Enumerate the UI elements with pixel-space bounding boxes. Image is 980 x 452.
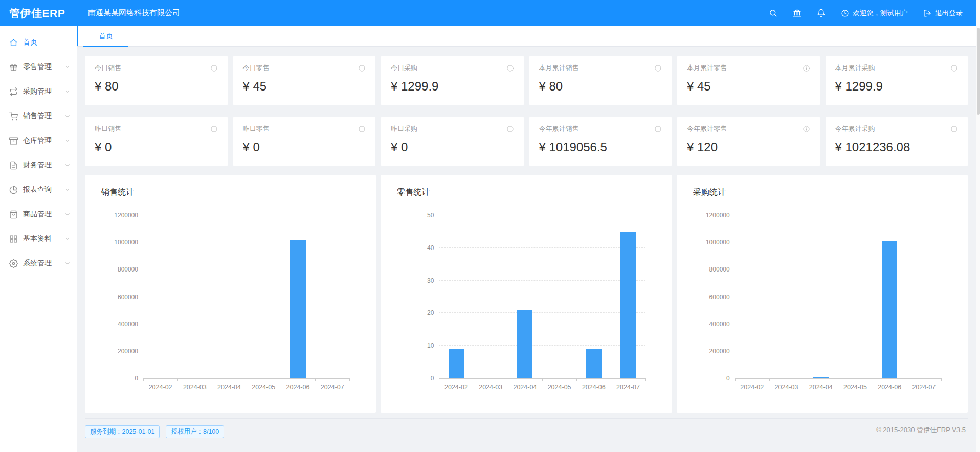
dashboard-content: 今日销售¥ 80今日零售¥ 45今日采购¥ 1299.9本月累计销售¥ 80本月… xyxy=(77,47,976,452)
logout-button[interactable]: 退出登录 xyxy=(923,9,963,18)
stat-card-9: 今年累计销售¥ 1019056.5 xyxy=(529,117,672,166)
x-axis-tickmark xyxy=(907,378,907,381)
gridline xyxy=(439,247,645,248)
info-icon[interactable] xyxy=(506,64,514,72)
sidebar-item-home[interactable]: 首页 xyxy=(0,30,77,55)
x-axis-tickmark xyxy=(474,378,474,381)
bar-2024-05 xyxy=(848,378,863,378)
sidebar-item-basedata[interactable]: 基本资料 xyxy=(0,227,77,251)
bar-2024-07 xyxy=(325,378,340,378)
stat-card-value: ¥ 45 xyxy=(687,79,810,94)
sidebar-item-system[interactable]: 系统管理 xyxy=(0,251,77,276)
page-scrollbar[interactable] xyxy=(976,0,980,452)
x-axis-tickmark xyxy=(439,378,439,381)
sidebar-item-purchase[interactable]: 采购管理 xyxy=(0,79,77,104)
footer-badges: 服务到期：2025-01-01 授权用户：8/100 xyxy=(85,425,224,438)
info-icon[interactable] xyxy=(950,64,958,72)
stat-card-3: 本月累计销售¥ 80 xyxy=(529,56,672,105)
stat-card-8: 昨日采购¥ 0 xyxy=(381,117,524,166)
y-axis-tick-label: 1200000 xyxy=(693,212,730,219)
sidebar-item-report[interactable]: 报表查询 xyxy=(0,177,77,202)
gridline xyxy=(143,297,349,297)
sidebar-item-label: 仓库管理 xyxy=(23,136,52,145)
bar-2024-04 xyxy=(813,377,829,378)
y-axis-tick-label: 600000 xyxy=(693,293,730,301)
bar-2024-07 xyxy=(620,232,636,378)
x-axis-tickmark xyxy=(873,378,873,381)
bar-2024-02 xyxy=(449,349,464,378)
stat-card-label: 今年累计零售 xyxy=(687,124,727,133)
info-icon[interactable] xyxy=(803,64,810,72)
x-axis-tickmark xyxy=(177,378,178,381)
x-axis-tick-label: 2024-03 xyxy=(474,383,508,391)
stat-card-label: 本月累计销售 xyxy=(539,63,579,73)
sidebar-item-goods[interactable]: 商品管理 xyxy=(0,202,77,227)
info-icon[interactable] xyxy=(654,64,662,72)
bar-2024-06 xyxy=(290,240,305,378)
company-name: 南通某某网络科技有限公司 xyxy=(88,8,180,18)
sidebar-item-retail[interactable]: 零售管理 xyxy=(0,55,77,79)
chevron-down-icon xyxy=(64,113,71,119)
x-axis-tickmark xyxy=(212,378,212,381)
info-icon[interactable] xyxy=(210,125,218,133)
info-icon[interactable] xyxy=(506,125,514,133)
info-icon[interactable] xyxy=(950,125,958,133)
x-axis-tickmark xyxy=(611,378,611,381)
sidebar-item-label: 零售管理 xyxy=(23,62,52,72)
info-icon[interactable] xyxy=(654,125,662,133)
y-axis-tick-label: 10 xyxy=(397,342,434,349)
x-axis-tickmark xyxy=(508,378,508,381)
y-axis-tick-label: 400000 xyxy=(101,321,138,328)
scrollbar-thumb[interactable] xyxy=(977,28,980,115)
stat-card-value: ¥ 1019056.5 xyxy=(539,140,662,154)
bell-icon[interactable] xyxy=(817,9,826,17)
archive-icon xyxy=(9,137,18,145)
stat-card-11: 今年累计采购¥ 1021236.08 xyxy=(826,117,968,166)
gridline xyxy=(735,242,941,242)
chart-title: 采购统计 xyxy=(693,187,951,198)
info-icon[interactable] xyxy=(358,64,366,72)
gridline xyxy=(439,215,645,215)
licensed-users-badge: 授权用户：8/100 xyxy=(166,425,224,438)
sidebar-item-sales[interactable]: 销售管理 xyxy=(0,104,77,128)
logout-icon xyxy=(923,9,931,17)
gridline xyxy=(143,324,349,324)
user-welcome[interactable]: 欢迎您，测试用户 xyxy=(841,9,908,18)
info-icon[interactable] xyxy=(210,64,218,72)
chart-plot: 010203040502024-022024-032024-042024-052… xyxy=(439,215,645,379)
y-axis-tick-label: 1200000 xyxy=(101,212,138,219)
x-axis-tick-label: 2024-07 xyxy=(315,383,349,391)
file-text-icon xyxy=(9,161,18,170)
bar-2024-04 xyxy=(517,310,532,378)
stat-card-value: ¥ 80 xyxy=(539,79,662,94)
stat-card-label: 本月累计零售 xyxy=(687,63,727,73)
stat-card-6: 昨日销售¥ 0 xyxy=(85,117,228,166)
stat-card-label: 今年累计销售 xyxy=(539,124,579,133)
x-axis-tick-label: 2024-05 xyxy=(838,383,872,391)
stat-card-value: ¥ 0 xyxy=(95,140,218,154)
tab-home[interactable]: 首页 xyxy=(83,26,128,46)
bank-icon[interactable] xyxy=(793,9,801,17)
chevron-down-icon xyxy=(64,64,71,70)
sidebar-item-finance[interactable]: 财务管理 xyxy=(0,153,77,177)
chart-plot: 0200000400000600000800000100000012000002… xyxy=(143,215,349,379)
sidebar-item-label: 销售管理 xyxy=(23,111,52,121)
sales-stats-chart: 销售统计020000040000060000080000010000001200… xyxy=(85,175,376,413)
x-axis-tickmark xyxy=(838,378,838,381)
info-icon[interactable] xyxy=(358,125,366,133)
sidebar-item-label: 财务管理 xyxy=(23,161,52,170)
footer: 服务到期：2025-01-01 授权用户：8/100 © 2015-2030 管… xyxy=(85,418,968,452)
sidebar-item-warehouse[interactable]: 仓库管理 xyxy=(0,128,77,153)
x-axis-tickmark xyxy=(315,378,316,381)
repeat-icon xyxy=(9,87,18,96)
header-actions: 欢迎您，测试用户 退出登录 xyxy=(769,9,976,18)
x-axis-tick-label: 2024-04 xyxy=(804,383,838,391)
stat-card-label: 今日采购 xyxy=(391,63,417,73)
x-axis-tickmark xyxy=(804,378,804,381)
stat-card-value: ¥ 1299.9 xyxy=(835,79,959,94)
x-axis-tick-label: 2024-03 xyxy=(769,383,804,391)
y-axis-tick-label: 30 xyxy=(397,277,434,284)
info-icon[interactable] xyxy=(803,125,810,133)
stat-card-value: ¥ 45 xyxy=(243,79,366,94)
search-icon[interactable] xyxy=(769,9,777,17)
